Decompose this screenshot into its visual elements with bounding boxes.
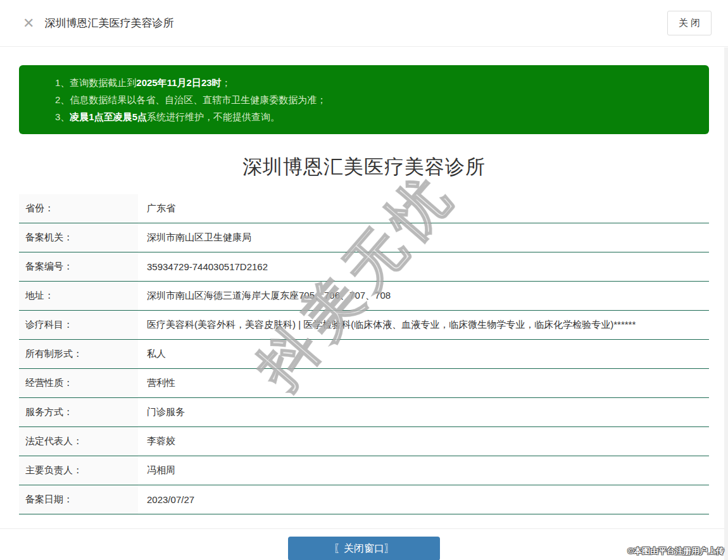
table-row-filing-date: 备案日期： 2023/07/27 (19, 485, 709, 514)
row-value: 李蓉姣 (138, 427, 709, 456)
row-label: 所有制形式： (19, 340, 138, 368)
row-label: 省份： (19, 194, 138, 223)
row-label: 备案编号： (19, 252, 138, 281)
table-row-legal-representative: 法定代表人： 李蓉姣 (19, 427, 709, 456)
row-label: 诊疗科目： (19, 311, 138, 339)
table-row-filing-number: 备案编号： 35934729-744030517D2162 (19, 252, 709, 282)
close-icon[interactable]: ✕ (23, 16, 34, 30)
row-value: 深圳市南山区卫生健康局 (138, 223, 709, 252)
corner-watermark: ©本图由平台注册用户上传 (627, 545, 724, 557)
window-title: 深圳博恩汇美医疗美容诊所 (44, 16, 667, 30)
notice-line-3: 3、凌晨1点至凌晨5点系统进行维护，不能提供查询。 (55, 108, 690, 125)
notice-line-2: 2、信息数据结果以各省、自治区、直辖市卫生健康委数据为准； (55, 91, 690, 108)
row-label: 备案日期： (19, 485, 138, 514)
row-value: 深圳市南山区海德三道海岸大厦东座705、706、707、708 (138, 282, 709, 310)
row-value: 医疗美容科(美容外科，美容皮肤科) | 医学检验科(临床体液、血液专业，临床微生… (138, 311, 709, 339)
table-row-departments: 诊疗科目： 医疗美容科(美容外科，美容皮肤科) | 医学检验科(临床体液、血液专… (19, 311, 709, 340)
row-label: 服务方式： (19, 398, 138, 426)
notice-line-1: 1、查询数据截止到2025年11月2日23时； (55, 74, 690, 91)
close-window-button[interactable]: 〖关闭窗口〗 (288, 537, 440, 560)
notice-banner: 1、查询数据截止到2025年11月2日23时； 2、信息数据结果以各省、自治区、… (19, 65, 709, 134)
table-row-province: 省份： 广东省 (19, 194, 709, 223)
table-row-filing-authority: 备案机关： 深圳市南山区卫生健康局 (19, 223, 709, 252)
row-label: 主要负责人： (19, 456, 138, 485)
table-row-service-mode: 服务方式： 门诊服务 (19, 398, 709, 427)
page-title: 深圳博恩汇美医疗美容诊所 (19, 154, 709, 180)
scrollbar[interactable] (724, 47, 728, 560)
row-label: 备案机关： (19, 223, 138, 252)
row-label: 法定代表人： (19, 427, 138, 456)
row-value: 冯相周 (138, 456, 709, 485)
row-value: 门诊服务 (138, 398, 709, 426)
footer: 〖关闭窗口〗 (0, 528, 728, 560)
row-value: 广东省 (138, 194, 709, 223)
table-row-business-nature: 经营性质： 营利性 (19, 369, 709, 398)
row-value: 2023/07/27 (138, 485, 709, 514)
close-button[interactable]: 关 闭 (667, 11, 712, 35)
info-table: 省份： 广东省 备案机关： 深圳市南山区卫生健康局 备案编号： 35934729… (19, 194, 709, 514)
table-row-ownership: 所有制形式： 私人 (19, 340, 709, 369)
row-value: 私人 (138, 340, 709, 368)
main-content: 1、查询数据截止到2025年11月2日23时； 2、信息数据结果以各省、自治区、… (0, 65, 728, 514)
row-label: 地址： (19, 282, 138, 310)
table-row-principal: 主要负责人： 冯相周 (19, 456, 709, 485)
table-row-address: 地址： 深圳市南山区海德三道海岸大厦东座705、706、707、708 (19, 282, 709, 311)
row-value: 35934729-744030517D2162 (138, 252, 709, 281)
row-label: 经营性质： (19, 369, 138, 397)
top-bar: ✕ 深圳博恩汇美医疗美容诊所 关 闭 (0, 0, 728, 47)
row-value: 营利性 (138, 369, 709, 397)
